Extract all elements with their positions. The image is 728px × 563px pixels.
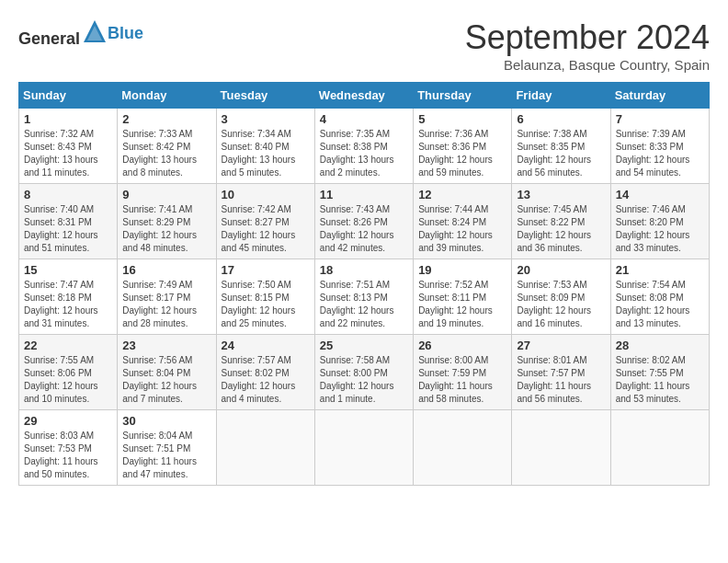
calendar-cell: 20Sunrise: 7:53 AMSunset: 8:09 PMDayligh… — [512, 259, 610, 335]
calendar-cell: 26Sunrise: 8:00 AMSunset: 7:59 PMDayligh… — [414, 335, 512, 410]
day-number: 25 — [320, 339, 408, 352]
calendar-cell: 9Sunrise: 7:41 AMSunset: 8:29 PMDaylight… — [118, 184, 216, 259]
logo-text-blue: Blue — [108, 24, 143, 43]
day-info: Sunrise: 7:32 AMSunset: 8:43 PMDaylight:… — [24, 128, 112, 179]
day-info: Sunrise: 7:58 AMSunset: 8:00 PMDaylight:… — [320, 354, 408, 406]
location-title: Belaunza, Basque Country, Spain — [465, 57, 710, 73]
calendar-week-row: 22Sunrise: 7:55 AMSunset: 8:06 PMDayligh… — [19, 335, 710, 410]
day-info: Sunrise: 7:47 AMSunset: 8:18 PMDaylight:… — [24, 279, 112, 330]
logo-icon — [82, 18, 108, 44]
day-info: Sunrise: 7:36 AMSunset: 8:36 PMDaylight:… — [418, 128, 506, 179]
day-info: Sunrise: 7:51 AMSunset: 8:13 PMDaylight:… — [320, 279, 408, 330]
day-number: 29 — [24, 414, 112, 428]
day-info: Sunrise: 8:03 AMSunset: 7:53 PMDaylight:… — [24, 430, 112, 481]
day-info: Sunrise: 7:44 AMSunset: 8:24 PMDaylight:… — [418, 203, 506, 255]
day-number: 12 — [418, 188, 506, 201]
calendar-cell: 13Sunrise: 7:45 AMSunset: 8:22 PMDayligh… — [512, 184, 610, 259]
day-number: 7 — [616, 112, 704, 126]
day-info: Sunrise: 7:49 AMSunset: 8:17 PMDaylight:… — [122, 279, 210, 330]
day-number: 4 — [320, 112, 408, 126]
calendar-cell: 28Sunrise: 8:02 AMSunset: 7:55 PMDayligh… — [610, 335, 709, 410]
day-number: 13 — [517, 188, 605, 201]
day-number: 14 — [616, 188, 704, 201]
day-number: 2 — [122, 112, 210, 126]
weekday-header-friday: Friday — [512, 83, 610, 109]
logo-text-general: General — [18, 29, 80, 48]
day-info: Sunrise: 8:00 AMSunset: 7:59 PMDaylight:… — [418, 354, 506, 406]
calendar-cell: 25Sunrise: 7:58 AMSunset: 8:00 PMDayligh… — [314, 335, 413, 410]
weekday-header-sunday: Sunday — [19, 83, 118, 109]
day-info: Sunrise: 7:33 AMSunset: 8:42 PMDaylight:… — [122, 128, 210, 179]
calendar-cell: 22Sunrise: 7:55 AMSunset: 8:06 PMDayligh… — [19, 335, 118, 410]
calendar-cell: 8Sunrise: 7:40 AMSunset: 8:31 PMDaylight… — [19, 184, 118, 259]
weekday-header-row: SundayMondayTuesdayWednesdayThursdayFrid… — [19, 83, 710, 109]
calendar-cell — [610, 410, 709, 486]
weekday-header-tuesday: Tuesday — [216, 83, 314, 109]
day-info: Sunrise: 7:46 AMSunset: 8:20 PMDaylight:… — [616, 203, 704, 255]
calendar-cell: 3Sunrise: 7:34 AMSunset: 8:40 PMDaylight… — [216, 109, 314, 184]
day-info: Sunrise: 7:52 AMSunset: 8:11 PMDaylight:… — [418, 279, 506, 330]
day-info: Sunrise: 7:53 AMSunset: 8:09 PMDaylight:… — [517, 279, 605, 330]
calendar-cell: 1Sunrise: 7:32 AMSunset: 8:43 PMDaylight… — [19, 109, 118, 184]
day-info: Sunrise: 7:39 AMSunset: 8:33 PMDaylight:… — [616, 128, 704, 179]
day-number: 23 — [122, 339, 210, 352]
day-number: 15 — [24, 263, 112, 277]
weekday-header-thursday: Thursday — [414, 83, 512, 109]
day-info: Sunrise: 7:41 AMSunset: 8:29 PMDaylight:… — [122, 203, 210, 255]
day-info: Sunrise: 7:43 AMSunset: 8:26 PMDaylight:… — [320, 203, 408, 255]
page-header: General Blue September 2024 Belaunza, Ba… — [18, 18, 710, 73]
calendar-cell: 2Sunrise: 7:33 AMSunset: 8:42 PMDaylight… — [118, 109, 216, 184]
calendar-body: 1Sunrise: 7:32 AMSunset: 8:43 PMDaylight… — [19, 109, 710, 486]
day-number: 11 — [320, 188, 408, 201]
weekday-header-wednesday: Wednesday — [314, 83, 413, 109]
day-number: 20 — [517, 263, 605, 277]
day-number: 19 — [418, 263, 506, 277]
day-number: 30 — [122, 414, 210, 428]
day-info: Sunrise: 7:40 AMSunset: 8:31 PMDaylight:… — [24, 203, 112, 255]
day-info: Sunrise: 7:55 AMSunset: 8:06 PMDaylight:… — [24, 354, 112, 406]
day-number: 22 — [24, 339, 112, 352]
day-number: 1 — [24, 112, 112, 126]
day-number: 18 — [320, 263, 408, 277]
weekday-header-saturday: Saturday — [610, 83, 709, 109]
calendar-cell — [314, 410, 413, 486]
calendar-cell: 10Sunrise: 7:42 AMSunset: 8:27 PMDayligh… — [216, 184, 314, 259]
day-number: 17 — [222, 263, 310, 277]
day-info: Sunrise: 8:04 AMSunset: 7:51 PMDaylight:… — [122, 430, 210, 481]
calendar-cell — [512, 410, 610, 486]
day-info: Sunrise: 7:56 AMSunset: 8:04 PMDaylight:… — [122, 354, 210, 406]
day-info: Sunrise: 7:34 AMSunset: 8:40 PMDaylight:… — [222, 128, 310, 179]
day-info: Sunrise: 7:42 AMSunset: 8:27 PMDaylight:… — [222, 203, 310, 255]
calendar-week-row: 15Sunrise: 7:47 AMSunset: 8:18 PMDayligh… — [19, 259, 710, 335]
calendar-cell: 27Sunrise: 8:01 AMSunset: 7:57 PMDayligh… — [512, 335, 610, 410]
calendar-cell: 7Sunrise: 7:39 AMSunset: 8:33 PMDaylight… — [610, 109, 709, 184]
day-number: 27 — [517, 339, 605, 352]
calendar-cell: 19Sunrise: 7:52 AMSunset: 8:11 PMDayligh… — [414, 259, 512, 335]
calendar-cell: 16Sunrise: 7:49 AMSunset: 8:17 PMDayligh… — [118, 259, 216, 335]
calendar-week-row: 1Sunrise: 7:32 AMSunset: 8:43 PMDaylight… — [19, 109, 710, 184]
calendar-cell: 11Sunrise: 7:43 AMSunset: 8:26 PMDayligh… — [314, 184, 413, 259]
month-title: September 2024 — [465, 18, 710, 57]
day-info: Sunrise: 7:35 AMSunset: 8:38 PMDaylight:… — [320, 128, 408, 179]
day-number: 24 — [222, 339, 310, 352]
calendar-cell: 12Sunrise: 7:44 AMSunset: 8:24 PMDayligh… — [414, 184, 512, 259]
calendar-cell: 15Sunrise: 7:47 AMSunset: 8:18 PMDayligh… — [19, 259, 118, 335]
day-number: 8 — [24, 188, 112, 201]
calendar-cell: 5Sunrise: 7:36 AMSunset: 8:36 PMDaylight… — [414, 109, 512, 184]
day-number: 9 — [122, 188, 210, 201]
day-number: 6 — [517, 112, 605, 126]
calendar-cell: 18Sunrise: 7:51 AMSunset: 8:13 PMDayligh… — [314, 259, 413, 335]
calendar-week-row: 8Sunrise: 7:40 AMSunset: 8:31 PMDaylight… — [19, 184, 710, 259]
calendar-cell: 17Sunrise: 7:50 AMSunset: 8:15 PMDayligh… — [216, 259, 314, 335]
day-info: Sunrise: 7:50 AMSunset: 8:15 PMDaylight:… — [222, 279, 310, 330]
day-number: 10 — [222, 188, 310, 201]
calendar-cell: 4Sunrise: 7:35 AMSunset: 8:38 PMDaylight… — [314, 109, 413, 184]
day-number: 16 — [122, 263, 210, 277]
day-number: 21 — [616, 263, 704, 277]
day-info: Sunrise: 8:01 AMSunset: 7:57 PMDaylight:… — [517, 354, 605, 406]
calendar-cell: 23Sunrise: 7:56 AMSunset: 8:04 PMDayligh… — [118, 335, 216, 410]
calendar-cell: 30Sunrise: 8:04 AMSunset: 7:51 PMDayligh… — [118, 410, 216, 486]
calendar-cell: 24Sunrise: 7:57 AMSunset: 8:02 PMDayligh… — [216, 335, 314, 410]
calendar-cell: 21Sunrise: 7:54 AMSunset: 8:08 PMDayligh… — [610, 259, 709, 335]
calendar-cell — [216, 410, 314, 486]
